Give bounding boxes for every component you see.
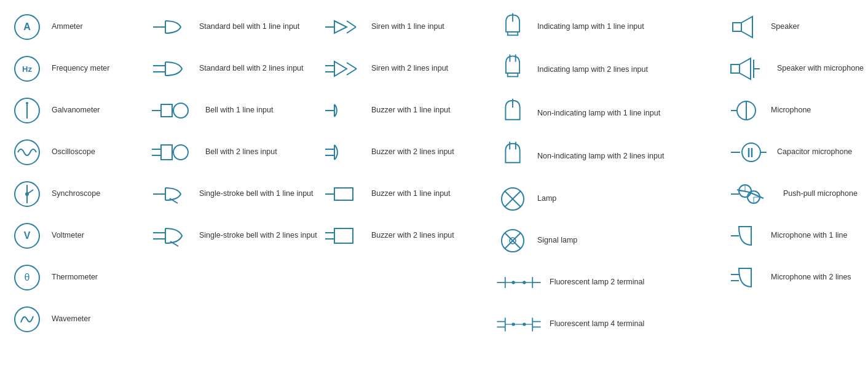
item-buzzer-2lines: Buzzer with 2 lines input — [320, 131, 492, 173]
label-ind-lamp-2: Indicating lamp with 2 lines input — [537, 64, 648, 76]
symbol-microphone — [728, 95, 765, 126]
svg-text:θ: θ — [25, 272, 30, 282]
item-lamp: Lamp — [492, 178, 725, 220]
svg-point-75 — [511, 281, 515, 284]
label-microphone: Microphone — [771, 105, 811, 116]
item-push-pull-mic: Push-pull microphone — [725, 173, 868, 215]
item-cap-microphone: Capacitor microphone — [725, 131, 868, 173]
item-synchroscope: Synchroscope — [6, 173, 148, 215]
label-buzzer-1line: Buzzer with 1 line input — [371, 105, 451, 116]
symbol-voltmeter: V — [9, 220, 45, 251]
symbol-speaker — [728, 12, 765, 42]
item-ind-lamp-1: Indicating lamp with 1 line input — [492, 6, 725, 48]
item-buzzer-box-1: Buzzer with 1 line input — [320, 173, 492, 215]
symbol-mic-1line — [728, 220, 765, 251]
item-speaker: Speaker — [725, 6, 868, 48]
symbol-cap-microphone — [728, 136, 771, 169]
symbol-bell-2 — [150, 137, 199, 168]
item-wavemeter: Wavemeter — [6, 298, 148, 340]
label-bell-2: Bell with 2 lines input — [205, 147, 277, 158]
symbol-buzzer-2lines — [322, 137, 365, 168]
main-grid: A Ammeter Hz Frequency meter — [0, 0, 868, 351]
svg-line-40 — [347, 27, 356, 33]
item-buzzer-box-2: Buzzer with 2 lines input — [320, 215, 492, 257]
col-bells: Standard bell with 1 line input Standard… — [148, 6, 320, 345]
symbol-std-bell-2 — [150, 53, 193, 84]
label-siren-1: Siren with 1 line input — [371, 21, 444, 33]
symbol-oscilloscope — [9, 137, 45, 168]
label-oscilloscope: Oscilloscope — [52, 147, 95, 158]
label-speaker-mic: Speaker with microphone — [777, 63, 864, 74]
label-synchroscope: Synchroscope — [52, 189, 100, 200]
label-galvanometer: Galvanometer — [52, 105, 100, 116]
item-galvanometer: Galvanometer — [6, 90, 148, 131]
svg-point-6 — [26, 102, 28, 104]
symbol-siren-2 — [322, 53, 365, 84]
label-ammeter: Ammeter — [52, 21, 83, 33]
svg-marker-90 — [740, 58, 751, 79]
label-fluor-2: Fluorescent lamp 2 terminal — [550, 277, 644, 288]
item-ammeter: A Ammeter — [6, 6, 148, 48]
svg-rect-55 — [334, 228, 353, 243]
label-buzzer-box-1: Buzzer with 1 line input — [371, 189, 451, 200]
col-meters: A Ammeter Hz Frequency meter — [6, 6, 148, 345]
label-signal-lamp: Signal lamp — [537, 235, 577, 246]
item-signal-lamp: Signal lamp — [492, 220, 725, 262]
label-speaker: Speaker — [771, 21, 800, 33]
item-non-ind-lamp-1: Non-indicating lamp with 1 line input — [492, 92, 725, 135]
symbol-wavemeter — [9, 304, 45, 335]
item-mic-1line: Microphone with 1 line — [725, 215, 868, 257]
svg-rect-87 — [733, 23, 741, 31]
symbol-ammeter: A — [9, 12, 45, 42]
label-thermometer: Thermometer — [52, 272, 98, 283]
item-frequency-meter: Hz Frequency meter — [6, 48, 148, 90]
svg-text:V: V — [24, 230, 31, 241]
item-siren-1: Siren with 1 line input — [320, 6, 492, 48]
item-speaker-mic: Speaker with microphone — [725, 48, 868, 90]
label-bell-1: Bell with 1 line input — [205, 105, 273, 116]
svg-point-76 — [523, 281, 526, 284]
item-microphone: Microphone — [725, 90, 868, 131]
svg-marker-43 — [334, 61, 347, 76]
label-std-bell-1: Standard bell with 1 line input — [199, 21, 299, 33]
symbol-single-bell-2 — [150, 220, 193, 251]
label-single-bell-1: Single-stroke bell with 1 line input — [199, 189, 314, 200]
item-bell-1: Bell with 1 line input — [148, 90, 320, 131]
label-wavemeter: Wavemeter — [52, 314, 90, 325]
svg-marker-88 — [741, 17, 752, 37]
item-buzzer-1line: Buzzer with 1 line input — [320, 90, 492, 131]
svg-text:A: A — [23, 21, 31, 32]
svg-point-84 — [523, 322, 526, 325]
label-push-pull-mic: Push-pull microphone — [783, 189, 858, 200]
item-non-ind-lamp-2: Non-indicating lamp with 2 lines input — [492, 135, 725, 178]
symbol-synchroscope — [9, 179, 45, 209]
item-mic-2lines: Microphone with 2 lines — [725, 257, 868, 298]
item-fluor-4: Fluorescent lamp 4 terminal — [492, 303, 725, 345]
col-audio: Speaker Speaker with microphone — [725, 6, 868, 345]
symbol-siren-1 — [322, 12, 365, 42]
svg-line-39 — [347, 21, 356, 27]
svg-point-83 — [511, 322, 515, 325]
svg-point-28 — [173, 145, 188, 160]
svg-point-23 — [173, 103, 188, 118]
symbol-bell-1 — [150, 95, 199, 126]
label-mic-2lines: Microphone with 2 lines — [771, 272, 851, 283]
symbol-std-bell-1 — [150, 12, 193, 42]
label-non-ind-lamp-2: Non-indicating lamp with 2 lines input — [537, 151, 664, 162]
label-buzzer-box-2: Buzzer with 2 lines input — [371, 230, 454, 241]
symbol-buzzer-box-2 — [322, 220, 365, 251]
item-bell-2: Bell with 2 lines input — [148, 131, 320, 173]
symbol-galvanometer — [9, 95, 45, 126]
col-sirens-buzzers: Siren with 1 line input Siren with 2 lin… — [320, 6, 492, 345]
svg-point-10 — [25, 192, 29, 196]
symbol-mic-2lines — [728, 262, 765, 293]
svg-marker-38 — [334, 21, 347, 33]
symbol-push-pull-mic — [728, 179, 777, 209]
symbol-lamp — [494, 184, 531, 214]
symbol-fluor-4 — [494, 311, 543, 338]
item-fluor-2: Fluorescent lamp 2 terminal — [492, 262, 725, 303]
item-voltmeter: V Voltmeter — [6, 215, 148, 257]
label-siren-2: Siren with 2 lines input — [371, 63, 448, 74]
svg-rect-27 — [161, 145, 172, 160]
symbol-frequency-meter: Hz — [9, 53, 45, 84]
